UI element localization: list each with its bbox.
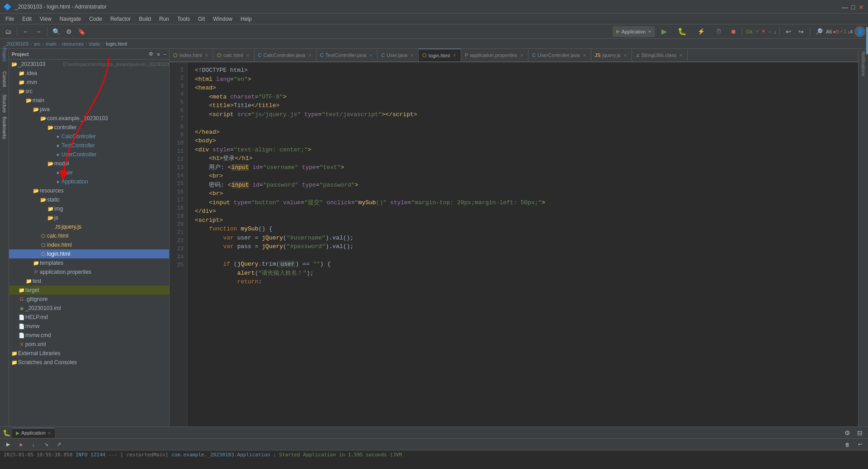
panel-toolbar-gear[interactable]: ⚙ <box>149 51 153 57</box>
search-button[interactable]: 🔍 <box>51 26 61 37</box>
tab-user-java[interactable]: C User.java ✕ <box>377 49 419 61</box>
avatar-button[interactable]: 👤 <box>854 26 865 37</box>
tree-item-img[interactable]: 📁img <box>9 204 169 213</box>
tab-close-calc-controller[interactable]: ✕ <box>307 53 312 58</box>
project-icon[interactable]: Project <box>0 51 9 59</box>
tab-close-user-controller[interactable]: ✕ <box>582 53 587 58</box>
tree-item-index-html[interactable]: ⬡index.html <box>9 240 169 249</box>
tab-calc-html[interactable]: ⬡ calc.html ✕ <box>213 49 254 61</box>
tree-item-com-example--20230103[interactable]: 📂com.example._20230103 <box>9 114 169 123</box>
project-structure-button[interactable]: 🗂 <box>3 26 14 37</box>
menu-navigate[interactable]: Navigate <box>56 15 85 23</box>
tree-item--idea[interactable]: 📁.idea <box>9 69 169 78</box>
notifications-label[interactable]: Notifications <box>860 49 867 79</box>
breadcrumb-part-0[interactable]: _20230103 <box>4 41 28 47</box>
profile-button[interactable]: ⏱ <box>711 26 726 37</box>
tree-item-pom-xml[interactable]: Xpom.xml <box>9 340 169 349</box>
debug-expand-button[interactable]: ⊟ <box>854 427 865 438</box>
tab-close-test-controller[interactable]: ✕ <box>368 53 373 58</box>
tab-index-html[interactable]: ⬡ index.html ✕ <box>170 49 213 61</box>
tree-item-CalcController[interactable]: ●CalcController <box>9 132 169 141</box>
maximize-button[interactable]: □ <box>850 4 856 10</box>
tab-string-utils[interactable]: .c StringUtils.class ✕ <box>632 49 688 61</box>
debug-close-button[interactable]: ✕ <box>47 431 51 436</box>
tab-close-index-html[interactable]: ✕ <box>204 53 209 58</box>
tab-close-app-props[interactable]: ✕ <box>519 53 524 58</box>
settings-button[interactable]: ⚙ <box>63 26 74 37</box>
debug-step-into[interactable]: ↘ <box>41 439 52 450</box>
tab-jquery-js[interactable]: JS jquery.js ✕ <box>591 49 632 61</box>
tree-item-mvnw-cmd[interactable]: 📄mvnw.cmd <box>9 331 169 340</box>
debug-step-over[interactable]: ↓ <box>28 439 39 450</box>
back-button[interactable]: ← <box>20 26 31 37</box>
search-everywhere-button[interactable]: 🔎 <box>813 26 824 37</box>
tree-item-static[interactable]: 📂static <box>9 195 169 204</box>
close-button[interactable]: ✕ <box>858 4 864 10</box>
tab-close-login-html[interactable]: ✕ <box>452 53 457 58</box>
debug-clear-button[interactable]: 🗑 <box>842 439 853 450</box>
bookmarks-icon[interactable]: Bookmarks <box>0 124 9 132</box>
tab-calc-controller[interactable]: C CalcController.java ✕ <box>255 49 316 61</box>
coverage-button[interactable]: ⚡ <box>693 26 709 37</box>
tree-item-controller[interactable]: 📂controller <box>9 123 169 132</box>
tree-item-User[interactable]: ●User <box>9 168 169 177</box>
stop-button[interactable]: ■ <box>728 26 739 37</box>
minimize-button[interactable]: — <box>842 4 848 10</box>
menu-tools[interactable]: Tools <box>174 15 193 23</box>
tab-application-properties[interactable]: P application.properties ✕ <box>461 49 528 61</box>
breadcrumb-part-4[interactable]: static <box>89 41 101 47</box>
tab-user-controller[interactable]: C UserController.java ✕ <box>528 49 591 61</box>
debug-stop-button[interactable]: ■ <box>15 439 26 450</box>
redo-button[interactable]: ↪ <box>796 26 807 37</box>
tree-item-External-Libraries[interactable]: 📁External Libraries <box>9 349 169 358</box>
tree-item-Application[interactable]: ●Application <box>9 177 169 186</box>
tree-item-jquery-js[interactable]: JSjquery.js <box>9 222 169 231</box>
tree-item-templates[interactable]: 📁templates <box>9 258 169 267</box>
undo-button[interactable]: ↩ <box>783 26 794 37</box>
tree-item--gitignore[interactable]: G.gitignore <box>9 295 169 304</box>
debug-button[interactable]: 🐛 <box>673 26 691 37</box>
tab-close-jquery-js[interactable]: ✕ <box>623 53 628 58</box>
menu-edit[interactable]: Edit <box>19 15 35 23</box>
tree-item-Scratches-and-Consoles[interactable]: 📁Scratches and Consoles <box>9 358 169 367</box>
forward-button[interactable]: → <box>33 26 44 37</box>
tree-item-TestController[interactable]: ●TestController <box>9 141 169 150</box>
tree-item-model[interactable]: 📂model <box>9 159 169 168</box>
tree-item-main[interactable]: 📂main <box>9 96 169 105</box>
tree-item--20230103-iml[interactable]: ◆_20230103.iml <box>9 304 169 313</box>
tree-item-java[interactable]: 📂java <box>9 105 169 114</box>
menu-run[interactable]: Run <box>156 15 173 23</box>
run-config[interactable]: ▶ Application ▼ <box>613 26 656 37</box>
debug-tab-application[interactable]: ▶ Application ✕ <box>12 428 55 438</box>
tree-item-calc-html[interactable]: ⬡calc.html <box>9 231 169 240</box>
tree-item-login-html[interactable]: ⬡login.html <box>9 249 169 258</box>
breadcrumb-part-5[interactable]: login.html <box>106 41 127 47</box>
tree-item-mvnw[interactable]: 📄mvnw <box>9 322 169 331</box>
debug-settings-button[interactable]: ⚙ <box>842 427 853 438</box>
panel-toolbar-expand[interactable]: ≡ <box>157 52 160 57</box>
code-content[interactable]: <!DOCTYPE html><html lang="en"><head> <m… <box>188 62 858 427</box>
tree-item-src[interactable]: 📂src <box>9 87 169 96</box>
code-editor[interactable]: 1234567891011121314151617181920212223242… <box>170 62 858 427</box>
tree-item--mvn[interactable]: 📁.mvn <box>9 78 169 87</box>
menu-window[interactable]: Window <box>209 15 236 23</box>
tab-login-html[interactable]: ⬡ login.html ✕ <box>419 49 461 61</box>
tree-item-test[interactable]: 📁test <box>9 277 169 286</box>
debug-step-out[interactable]: ↗ <box>53 439 64 450</box>
structure-icon[interactable]: Structure <box>0 99 9 108</box>
tree-item-HELP-md[interactable]: 📄HELP.md <box>9 313 169 322</box>
tab-close-string-utils[interactable]: ✕ <box>678 53 684 58</box>
menu-file[interactable]: File <box>2 15 18 23</box>
debug-wrap-button[interactable]: ↩ <box>854 439 865 450</box>
tab-close-user-java[interactable]: ✕ <box>409 53 415 58</box>
menu-help[interactable]: Help <box>237 15 255 23</box>
debug-restart-button[interactable]: ▶ <box>3 439 14 450</box>
menu-git[interactable]: Git <box>194 15 208 23</box>
commit-icon[interactable]: Commit <box>0 75 9 83</box>
breadcrumb-part-3[interactable]: resources <box>62 41 84 47</box>
tree-item-UserController[interactable]: ●UserController <box>9 150 169 159</box>
tab-test-controller[interactable]: C TestController.java ✕ <box>316 49 377 61</box>
panel-toolbar-close[interactable]: − <box>164 52 166 57</box>
menu-code[interactable]: Code <box>85 15 106 23</box>
tree-item-resources[interactable]: 📂resources <box>9 186 169 195</box>
